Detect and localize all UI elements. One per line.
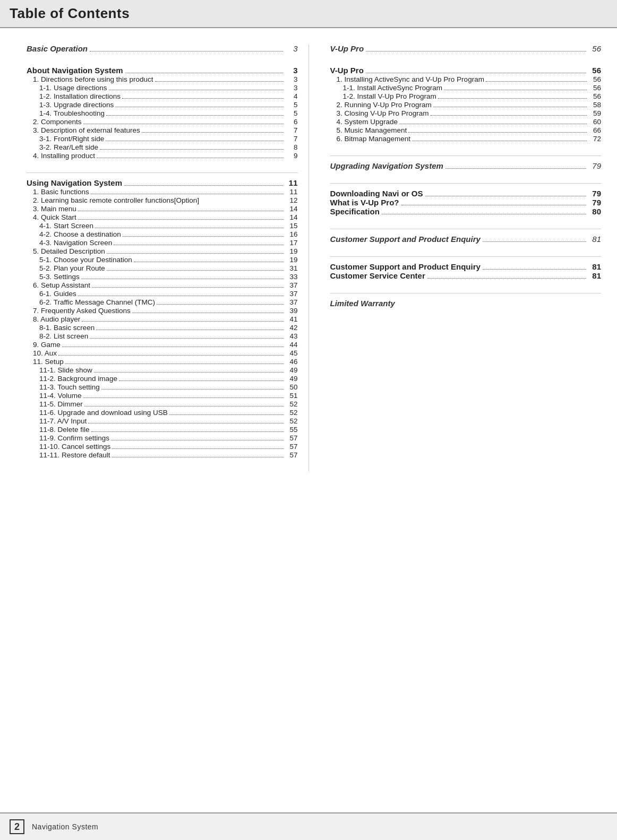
toc-row: 1-1. Usage directions 3 (27, 84, 298, 92)
customer-support-deco-heading: Customer Support and Product Enquiry 81 (330, 235, 602, 244)
vup-pro-heading: V-Up Pro 56 (330, 66, 602, 75)
page-footer: 2 Navigation System (0, 812, 617, 840)
item-label: 11-11. Restore default (39, 451, 110, 459)
vup-pro-dots (366, 73, 586, 73)
item-label: 2. Components (33, 118, 82, 126)
customer-support-heading: Customer Support and Product Enquiry 81 (330, 262, 602, 271)
right-column: V-Up Pro 56 V-Up Pro 56 1. Installing Ac… (320, 44, 602, 472)
downloading-page: 79 (588, 189, 601, 198)
item-label: 5. Music Management (337, 126, 407, 134)
item-label: 11-2. Background image (39, 375, 117, 383)
section-divider (330, 293, 602, 293)
using-nav-page: 11 (285, 178, 298, 187)
basic-operation-page: 3 (285, 44, 298, 53)
toc-row: 6. Bitmap Management 72 (330, 135, 602, 143)
item-label: 11-1. Slide show (39, 366, 92, 374)
specification-dots (382, 214, 586, 214)
downloading-dots (425, 196, 586, 196)
toc-row: 5-3. Settings 33 (27, 273, 298, 281)
upgrading-nav-heading: Upgrading Navigation System 79 (330, 161, 602, 170)
customer-service-title: Customer Service Center (330, 271, 425, 280)
item-label: 5-2. Plan your Route (39, 264, 105, 272)
about-nav-page: 3 (285, 66, 298, 75)
item-label: 11-4. Volume (39, 392, 82, 400)
customer-support-deco-title: Customer Support and Product Enquiry (330, 235, 481, 244)
toc-row: 8. Audio player 41 (27, 315, 298, 323)
toc-row: 4. Quick Start 14 (27, 213, 298, 221)
section-divider (330, 256, 602, 257)
section-divider (330, 229, 602, 229)
section-divider (330, 155, 602, 156)
toc-row: 5-2. Plan your Route 31 (27, 264, 298, 272)
item-label: 11-8. Delete file (39, 426, 90, 434)
toc-row: 4. System Upgrade 60 (330, 118, 602, 126)
item-label: 3-2. Rear/Left side (39, 143, 98, 151)
toc-row: 5-1. Choose your Destination 19 (27, 256, 298, 264)
item-label: 3. Main menu (33, 205, 76, 213)
about-nav-heading: About Navigation System 3 (27, 66, 298, 75)
item-label: 9. Game (33, 341, 61, 349)
section-customer-support: Customer Support and Product Enquiry 81 … (330, 262, 602, 280)
item-label: 4. Quick Start (33, 213, 76, 221)
section-basic-operation: Basic Operation 3 (27, 44, 298, 53)
vup-pro-title: V-Up Pro (330, 66, 364, 75)
toc-row: 1-1. Install ActiveSync Program 56 (330, 84, 602, 92)
toc-row: 2. Learning basic remote controller func… (27, 196, 298, 204)
toc-row: 5. Music Management 66 (330, 126, 602, 134)
customer-support-deco-page: 81 (588, 235, 601, 244)
item-label: 8-2. List screen (39, 332, 88, 340)
toc-row: 6-1. Guides 37 (27, 290, 298, 298)
toc-row: 1-2. Installation directions 4 (27, 92, 298, 100)
item-label: 1-1. Usage directions (39, 84, 107, 92)
what-is-vup-page: 79 (588, 198, 601, 207)
section-vup-pro-deco: V-Up Pro 56 (330, 44, 602, 53)
toc-row: 7. Frequently Asked Questions 39 (27, 307, 298, 315)
item-label: 3. Closing V-Up Pro Program (337, 109, 429, 117)
toc-content: Basic Operation 3 About Navigation Syste… (0, 28, 617, 488)
left-column: Basic Operation 3 About Navigation Syste… (27, 44, 309, 472)
customer-support-title: Customer Support and Product Enquiry (330, 262, 481, 271)
item-label: 4. Installing product (33, 152, 95, 160)
customer-support-dots (483, 269, 586, 270)
toc-row: 4-3. Navigation Screen 17 (27, 239, 298, 247)
toc-row: 6-2. Traffic Message Channel (TMC) 37 (27, 298, 298, 306)
toc-row: 10. Aux 45 (27, 349, 298, 357)
customer-support-deco-dots (483, 241, 586, 242)
using-nav-heading: Using Navigation System 11 (27, 178, 298, 187)
downloading-title: Downloading Navi or OS (330, 189, 423, 198)
item-label: 1. Basic functions (33, 188, 89, 196)
toc-row: 1. Installing ActiveSync and V-Up Pro Pr… (330, 75, 602, 83)
toc-row: 9. Game 44 (27, 341, 298, 349)
item-label: 1-2. Installation directions (39, 92, 121, 100)
item-label: 11-6. Upgrade and download using USB (39, 409, 168, 417)
about-nav-title: About Navigation System (27, 66, 123, 75)
item-label: 11. Setup (33, 358, 64, 366)
item-label: 5-1. Choose your Destination (39, 256, 132, 264)
item-label: 6. Bitmap Management (337, 135, 411, 143)
footer-page-number: 2 (10, 819, 24, 834)
toc-row: 2. Running V-Up Pro Program 58 (330, 101, 602, 109)
item-label: 6-1. Guides (39, 290, 76, 298)
upgrading-nav-dots (445, 168, 586, 169)
section-limited-warranty: Limited Warranty (330, 299, 602, 308)
customer-support-page: 81 (588, 262, 601, 271)
toc-row: 8-2. List screen 43 (27, 332, 298, 340)
toc-row: 3-2. Rear/Left side 8 (27, 143, 298, 151)
item-label: 10. Aux (33, 349, 57, 357)
item-label: 1. Directions before using this product (33, 75, 153, 83)
page-title: Table of Contents (10, 5, 130, 22)
vup-pro-deco-heading: V-Up Pro 56 (330, 44, 602, 53)
toc-row: 4-1. Start Screen 15 (27, 222, 298, 230)
item-label: 1-2. Install V-Up Pro Program (343, 92, 436, 100)
toc-row: 1. Basic functions 11 (27, 188, 298, 196)
toc-row: 1-4. Troubleshooting 5 (27, 109, 298, 117)
item-label: 11-7. A/V Input (39, 417, 87, 425)
toc-row: 5. Detailed Description 19 (27, 247, 298, 255)
toc-row: 4-2. Choose a destination 16 (27, 230, 298, 238)
toc-row: 3-1. Front/Right side 7 (27, 135, 298, 143)
customer-service-heading: Customer Service Center 81 (330, 271, 602, 280)
item-label: 3. Description of external features (33, 126, 140, 134)
basic-operation-dots (90, 51, 282, 51)
what-is-vup-title: What is V-Up Pro? (330, 198, 399, 207)
toc-row: 11-5. Dimmer 52 (27, 400, 298, 408)
